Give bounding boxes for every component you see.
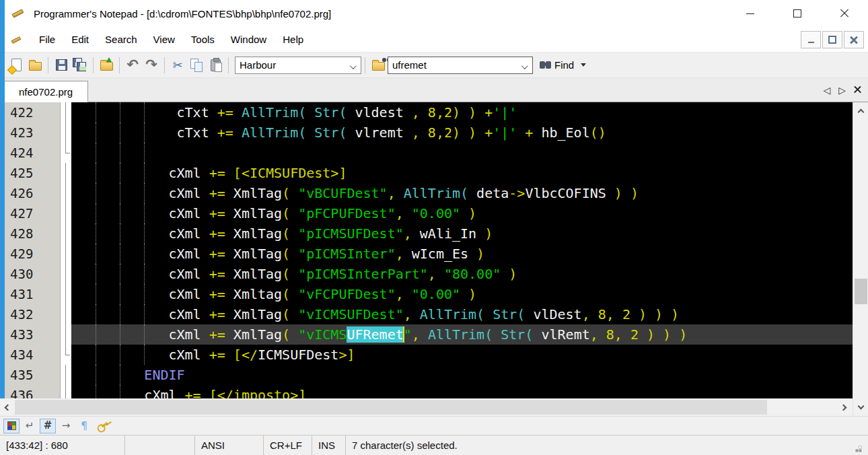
code-token: Str( [314, 125, 347, 141]
code-line[interactable]: cXml += XmlTag( "pICMSInterPart", "80.00… [71, 264, 853, 284]
fold-marker[interactable] [61, 143, 71, 163]
editor[interactable]: 4224234244254264274284294304314324334344… [0, 102, 853, 398]
fold-marker[interactable] [61, 324, 71, 345]
code-area[interactable]: cTxt += AllTrim( Str( vldest , 8,2) ) +'… [71, 102, 853, 398]
paste-button[interactable] [206, 55, 225, 75]
menu-view[interactable]: View [145, 30, 183, 49]
line-numbers-toggle-button[interactable]: # [40, 419, 56, 433]
line-number[interactable]: 430 [5, 264, 60, 284]
line-number[interactable]: 426 [5, 183, 60, 203]
fold-marker[interactable] [61, 244, 71, 264]
line-number[interactable]: 423 [5, 123, 60, 143]
fold-marker[interactable] [61, 304, 71, 324]
maximize-button[interactable] [774, 0, 821, 27]
line-number[interactable]: 427 [5, 203, 60, 223]
find-in-files-button[interactable] [369, 55, 388, 75]
scroll-left-button[interactable] [0, 398, 13, 416]
fold-marker[interactable] [61, 102, 71, 123]
cut-button[interactable]: ✂ [168, 55, 187, 75]
line-number[interactable]: 431 [5, 284, 60, 304]
tab-scroll-right-button[interactable]: ▷ [838, 85, 846, 96]
line-endings-toggle-button[interactable]: ¶ [76, 419, 92, 433]
line-number[interactable]: 435 [5, 365, 60, 385]
mdi-restore-button[interactable] [822, 31, 842, 48]
fold-marker[interactable] [61, 385, 71, 398]
write-protect-toggle-button[interactable] [94, 419, 110, 433]
line-number[interactable]: 425 [5, 163, 60, 183]
fold-marker[interactable] [61, 345, 71, 365]
menu-search[interactable]: Search [97, 30, 145, 49]
whitespace-toggle-button[interactable]: → [58, 419, 74, 433]
redo-button[interactable]: ↷ [142, 55, 161, 75]
tab-close-button[interactable] [854, 86, 861, 94]
fold-marker[interactable] [61, 284, 71, 304]
vertical-scrollbar-thumb[interactable] [855, 279, 867, 304]
line-number[interactable]: 424 [5, 143, 60, 163]
code-line[interactable]: cXml += XmlTag( "pICMSUFDest", wAli_In ) [71, 223, 853, 244]
code-token: "80.00" [444, 266, 501, 282]
vertical-scrollbar[interactable] [853, 102, 868, 416]
line-number[interactable]: 436 [5, 385, 60, 398]
code-line[interactable]: cXml += [</imposto>] [71, 385, 853, 398]
line-number[interactable]: 428 [5, 223, 60, 244]
indent-guide [144, 203, 145, 223]
menu-edit[interactable]: Edit [63, 30, 97, 49]
fold-marker[interactable] [61, 223, 71, 244]
menu-help[interactable]: Help [275, 30, 312, 49]
code-line[interactable]: cXml += Xmltag( "vFCPUFDest", "0.00" ) [71, 284, 853, 304]
code-line[interactable] [71, 143, 853, 163]
open-file-button[interactable] [26, 55, 44, 75]
code-line[interactable]: cXml += XmlTag( "vBCUFDest", AllTrim( de… [71, 183, 853, 203]
save-all-button[interactable] [71, 55, 89, 75]
find-button[interactable]: Find [540, 59, 586, 71]
fold-marker[interactable] [61, 264, 71, 284]
code-line[interactable]: ENDIF [71, 365, 853, 385]
line-number[interactable]: 434 [5, 345, 60, 365]
code-line[interactable]: cXml += XmlTag( "vICMSUFDest", AllTrim( … [71, 304, 853, 324]
fold-margin[interactable] [61, 102, 71, 398]
fold-marker[interactable] [61, 365, 71, 385]
horizontal-scrollbar-thumb[interactable] [15, 400, 767, 415]
new-file-button[interactable] [7, 55, 26, 75]
fold-marker[interactable] [61, 203, 71, 223]
color-scheme-toggle-button[interactable] [3, 419, 20, 433]
code-line-current[interactable]: cXml += XmlTag( "vICMSUFRemet", AllTrim(… [71, 324, 853, 345]
resize-grip[interactable] [859, 446, 861, 448]
code-line[interactable]: cXml += XmlTag( "pICMSInter", wIcm_Es ) [71, 244, 853, 264]
fold-marker[interactable] [61, 123, 71, 143]
line-number[interactable]: 422 [5, 102, 60, 123]
menu-file[interactable]: File [31, 30, 63, 49]
code-token: XmlTag [225, 326, 282, 343]
undo-button[interactable]: ↶ [123, 55, 142, 75]
mdi-minimize-button[interactable] [801, 31, 821, 48]
scroll-up-button[interactable] [853, 104, 868, 118]
close-button[interactable] [821, 0, 868, 27]
line-number[interactable]: 433 [5, 324, 60, 345]
search-input[interactable]: ufremet [388, 57, 533, 74]
line-number[interactable]: 432 [5, 304, 60, 324]
code-line[interactable]: cXml += XmlTag( "pFCPUFDest", "0.00" ) [71, 203, 853, 223]
code-line[interactable]: cTxt += AllTrim( Str( vldest , 8,2) ) +'… [71, 102, 853, 123]
scroll-down-button[interactable] [853, 400, 868, 415]
tab-scroll-left-button[interactable]: ◁ [823, 85, 830, 96]
scroll-right-button[interactable] [838, 398, 851, 416]
close-file-button[interactable] [97, 55, 116, 75]
code-line[interactable]: cTxt += AllTrim( Str( vlremt , 8,2) ) +'… [71, 123, 853, 143]
minimize-button[interactable] [727, 0, 774, 27]
line-number-margin[interactable]: 4224234244254264274284294304314324334344… [5, 102, 61, 398]
scheme-select[interactable]: Harbour [235, 57, 361, 74]
menu-window[interactable]: Window [223, 30, 275, 49]
code-line[interactable]: cXml += [</ICMSUFDest>] [71, 345, 853, 365]
save-button[interactable] [52, 55, 71, 75]
mdi-close-button[interactable] [844, 31, 864, 48]
line-number[interactable]: 429 [5, 244, 60, 264]
menu-tools[interactable]: Tools [183, 30, 223, 49]
fold-marker[interactable] [61, 183, 71, 203]
word-wrap-toggle-button[interactable]: ↵ [22, 419, 38, 433]
horizontal-scrollbar[interactable] [0, 398, 853, 416]
copy-button[interactable] [187, 55, 206, 75]
code-token: >] [338, 347, 355, 363]
code-line[interactable]: cXml += [<ICMSUFDest>] [71, 163, 853, 183]
tab-nfe0702[interactable]: nfe0702.prg [3, 81, 88, 102]
fold-marker[interactable] [61, 163, 71, 183]
